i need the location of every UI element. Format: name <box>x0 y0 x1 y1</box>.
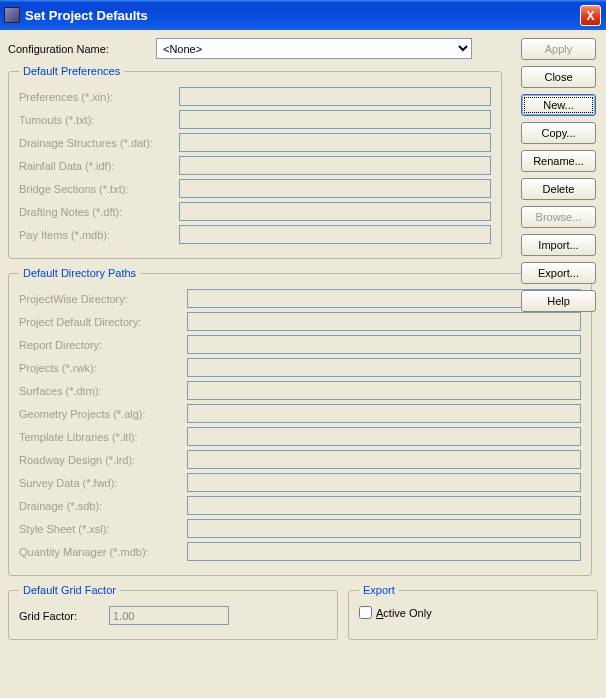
dirs-field-label: Survey Data (*.fwd): <box>19 477 187 489</box>
dirs-field-input[interactable] <box>187 519 581 538</box>
dirs-legend: Default Directory Paths <box>19 267 140 279</box>
dirs-field-label: Project Default Directory: <box>19 316 187 328</box>
dirs-field-label: Style Sheet (*.xsl): <box>19 523 187 535</box>
browse-button[interactable]: Browse... <box>521 206 596 228</box>
prefs-field-label: Pay Items (*.mdb): <box>19 229 179 241</box>
grid-legend: Default Grid Factor <box>19 584 120 596</box>
dirs-field-input[interactable] <box>187 312 581 331</box>
prefs-row: Bridge Sections (*.txt): <box>19 179 491 198</box>
prefs-field-label: Drainage Structures (*.dat): <box>19 137 179 149</box>
close-icon: X <box>586 9 594 23</box>
prefs-row: Preferences (*.xin): <box>19 87 491 106</box>
dirs-field-input[interactable] <box>187 335 581 354</box>
prefs-row: Turnouts (*.txt): <box>19 110 491 129</box>
default-preferences-group: Default Preferences Preferences (*.xin):… <box>8 65 502 259</box>
dirs-row: Projects (*.rwk): <box>19 358 581 377</box>
titlebar: Set Project Defaults X <box>0 0 606 30</box>
prefs-row: Drainage Structures (*.dat): <box>19 133 491 152</box>
prefs-field-label: Drafting Notes (*.dft): <box>19 206 179 218</box>
dirs-field-label: Roadway Design (*.ird): <box>19 454 187 466</box>
config-label: Configuration Name: <box>8 43 148 55</box>
default-directory-paths-group: Default Directory Paths ProjectWise Dire… <box>8 267 592 576</box>
grid-factor-input[interactable] <box>109 606 229 625</box>
window-title: Set Project Defaults <box>25 8 148 23</box>
help-button[interactable]: Help <box>521 290 596 312</box>
prefs-row: Drafting Notes (*.dft): <box>19 202 491 221</box>
apply-button[interactable]: Apply <box>521 38 596 60</box>
prefs-field-input[interactable] <box>179 225 491 244</box>
prefs-field-input[interactable] <box>179 133 491 152</box>
prefs-field-label: Bridge Sections (*.txt): <box>19 183 179 195</box>
import-button[interactable]: Import... <box>521 234 596 256</box>
prefs-field-input[interactable] <box>179 179 491 198</box>
dirs-field-input[interactable] <box>187 542 581 561</box>
prefs-row: Pay Items (*.mdb): <box>19 225 491 244</box>
prefs-field-label: Turnouts (*.txt): <box>19 114 179 126</box>
dirs-field-input[interactable] <box>187 404 581 423</box>
dialog-content: Configuration Name: <None> Apply Close N… <box>0 30 606 656</box>
window-close-button[interactable]: X <box>580 5 601 26</box>
prefs-field-input[interactable] <box>179 87 491 106</box>
dirs-field-input[interactable] <box>187 450 581 469</box>
dirs-row: ProjectWise Directory: <box>19 289 581 308</box>
dirs-field-input[interactable] <box>187 358 581 377</box>
new-button[interactable]: New... <box>521 94 596 116</box>
prefs-legend: Default Preferences <box>19 65 124 77</box>
prefs-field-input[interactable] <box>179 202 491 221</box>
export-group: Export Active Only <box>348 584 598 640</box>
dirs-field-label: Geometry Projects (*.alg): <box>19 408 187 420</box>
dirs-field-input[interactable] <box>187 427 581 446</box>
config-name-select[interactable]: <None> <box>156 38 472 59</box>
prefs-row: Rainfall Data (*.idf): <box>19 156 491 175</box>
export-legend: Export <box>359 584 399 596</box>
dirs-field-label: Drainage (*.sdb): <box>19 500 187 512</box>
dirs-row: Roadway Design (*.ird): <box>19 450 581 469</box>
delete-button[interactable]: Delete <box>521 178 596 200</box>
close-button[interactable]: Close <box>521 66 596 88</box>
default-grid-factor-group: Default Grid Factor Grid Factor: <box>8 584 338 640</box>
dirs-row: Report Directory: <box>19 335 581 354</box>
grid-factor-label: Grid Factor: <box>19 610 109 622</box>
config-row: Configuration Name: <None> <box>8 38 598 59</box>
prefs-field-label: Preferences (*.xin): <box>19 91 179 103</box>
active-only-label[interactable]: Active Only <box>359 606 587 619</box>
dirs-row: Template Libraries (*.itl): <box>19 427 581 446</box>
dirs-row: Drainage (*.sdb): <box>19 496 581 515</box>
bottom-row: Default Grid Factor Grid Factor: Export … <box>8 584 598 648</box>
dirs-field-label: Quantity Manager (*.mdb): <box>19 546 187 558</box>
prefs-field-input[interactable] <box>179 156 491 175</box>
dirs-field-label: Template Libraries (*.itl): <box>19 431 187 443</box>
dirs-field-input[interactable] <box>187 473 581 492</box>
dirs-field-label: Projects (*.rwk): <box>19 362 187 374</box>
rename-button[interactable]: Rename... <box>521 150 596 172</box>
copy-button[interactable]: Copy... <box>521 122 596 144</box>
export-button[interactable]: Export... <box>521 262 596 284</box>
dirs-row: Project Default Directory: <box>19 312 581 331</box>
dirs-field-label: Report Directory: <box>19 339 187 351</box>
dirs-field-label: Surfaces (*.dtm): <box>19 385 187 397</box>
prefs-field-label: Rainfall Data (*.idf): <box>19 160 179 172</box>
dirs-field-input[interactable] <box>187 381 581 400</box>
dirs-field-label: ProjectWise Directory: <box>19 293 187 305</box>
prefs-field-input[interactable] <box>179 110 491 129</box>
dirs-row: Quantity Manager (*.mdb): <box>19 542 581 561</box>
active-only-checkbox[interactable] <box>359 606 372 619</box>
dirs-row: Style Sheet (*.xsl): <box>19 519 581 538</box>
app-icon <box>4 7 20 23</box>
dirs-field-input[interactable] <box>187 496 581 515</box>
dirs-row: Geometry Projects (*.alg): <box>19 404 581 423</box>
button-column: Apply Close New... Copy... Rename... Del… <box>521 38 596 312</box>
dirs-row: Surfaces (*.dtm): <box>19 381 581 400</box>
dirs-row: Survey Data (*.fwd): <box>19 473 581 492</box>
